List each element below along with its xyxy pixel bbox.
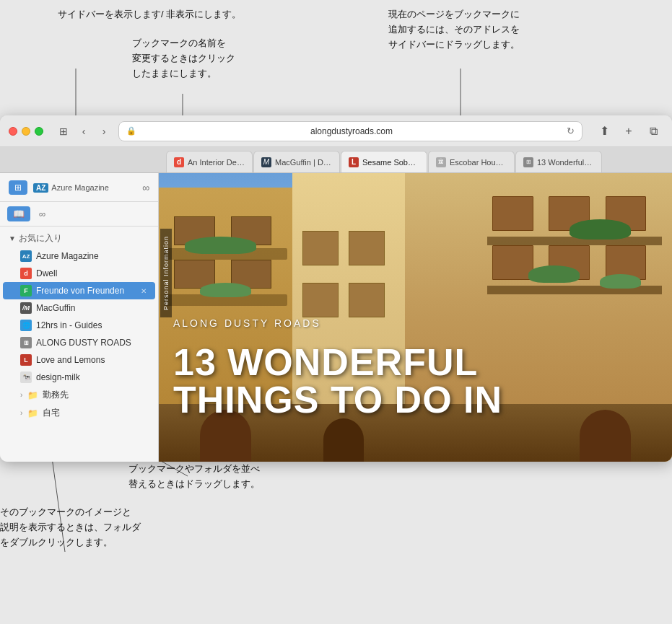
folder-home-icon: 📁 bbox=[27, 408, 38, 419]
tab-1[interactable]: d An Interior Desi... bbox=[166, 151, 253, 172]
bookmark-love-lemons-favicon: L bbox=[20, 354, 32, 366]
bookmark-design-milk-favicon: 🐄 bbox=[20, 372, 32, 383]
favorites-toggle-icon: ▼ bbox=[9, 234, 16, 242]
tab-5-favicon: ⊞ bbox=[523, 157, 533, 167]
sidebar-body: ▼ お気に入り AZ Azure Magazine d Dwell F Freu… bbox=[0, 227, 158, 462]
bookmark-macguffin[interactable]: /M MacGuffin bbox=[3, 299, 155, 317]
browser-window: ⊞ ‹ › 🔒 alongdustyroads.com ↻ ⬆ + ⧉ d An… bbox=[0, 115, 672, 462]
share-button[interactable]: ⬆ bbox=[594, 121, 614, 141]
bookmark-12hrs-favicon: 🌐 bbox=[20, 320, 32, 331]
pin-sidebar-button[interactable]: ∞ bbox=[142, 182, 149, 193]
bookmark-love-lemons-name: Love and Lemons bbox=[36, 355, 147, 365]
annotation-folder-double-click-text: そのブックマークのイメージと説明を表示するときは、フォルダをダブルクリックします… bbox=[0, 506, 141, 548]
bookmarks-tab-button[interactable]: ⊞ bbox=[9, 180, 27, 195]
toolbar-right: ⬆ + ⧉ bbox=[594, 121, 663, 141]
tab-4-label: Escobar House... bbox=[450, 158, 507, 167]
web-overlay-text: ALONG DUSTY ROADS 13 WONDERFUL THINGS TO… bbox=[173, 317, 658, 418]
bookmarks-icon-tab[interactable]: 📖 bbox=[7, 206, 30, 221]
bookmark-along-dusty-name: ALONG DUSTY ROADS bbox=[36, 338, 147, 348]
privacy-strip: Personal Information bbox=[160, 229, 172, 317]
tab-4-favicon: 🏛 bbox=[436, 157, 446, 167]
favorites-section-label: お気に入り bbox=[19, 232, 62, 245]
annotation-bookmark-drag: 現在のページをブックマークに追加するには、そのアドレスをサイドバーにドラッグしま… bbox=[388, 7, 520, 52]
privacy-text: Personal Information bbox=[162, 236, 170, 310]
bookmark-azure-favicon: AZ bbox=[20, 250, 32, 262]
reading-list-tab[interactable]: ∞ bbox=[33, 206, 51, 221]
forward-button[interactable]: › bbox=[95, 123, 113, 140]
web-content: Personal Information ALONG DUSTY ROADS 1… bbox=[159, 173, 672, 462]
folder-work-toggle: › bbox=[20, 391, 22, 399]
tab-5[interactable]: ⊞ 13 Wonderful T... bbox=[515, 151, 602, 172]
minimize-button[interactable] bbox=[22, 127, 30, 136]
tab-2-favicon: M bbox=[261, 157, 271, 167]
bookmark-freunde[interactable]: F Freunde von Freunden ✕ bbox=[3, 282, 155, 299]
tab-3-favicon: L bbox=[349, 157, 359, 167]
bookmark-12hrs[interactable]: 🌐 12hrs in - Guides bbox=[3, 317, 155, 334]
bookmark-along-dusty-favicon: ⊞ bbox=[20, 337, 32, 348]
folder-work-icon: 📁 bbox=[27, 390, 38, 401]
bookmark-macguffin-name: MacGuffin bbox=[36, 303, 147, 313]
address-text: alongdustyroads.com bbox=[141, 126, 562, 136]
folder-home-toggle: › bbox=[20, 409, 22, 417]
annotation-bookmark-drag-text: 現在のページをブックマークに追加するには、そのアドレスをサイドバーにドラッグしま… bbox=[388, 9, 520, 50]
hero-line1: 13 WONDERFUL bbox=[173, 343, 658, 381]
web-image: Personal Information ALONG DUSTY ROADS 1… bbox=[159, 173, 672, 462]
back-button[interactable]: ‹ bbox=[75, 123, 92, 140]
traffic-lights bbox=[9, 127, 43, 136]
tab-5-label: 13 Wonderful T... bbox=[537, 158, 594, 167]
site-title: ALONG DUSTY ROADS bbox=[173, 317, 658, 329]
bookmark-design-milk[interactable]: 🐄 design-milk bbox=[3, 369, 155, 386]
folder-work[interactable]: › 📁 勤務先 bbox=[3, 386, 155, 404]
annotation-sidebar-toggle: サイドバーを表示します/ 非表示にします。 bbox=[58, 7, 241, 22]
tab-3[interactable]: L Sesame Soba N... bbox=[341, 151, 427, 172]
close-button[interactable] bbox=[9, 127, 17, 136]
main-content: ⊞ AZAzure Magazine ∞ 📖 ∞ ▼ お気に入り bbox=[0, 173, 672, 462]
folder-work-name: 勤務先 bbox=[43, 389, 69, 401]
add-bookmark-button[interactable]: + bbox=[619, 121, 639, 141]
bookmark-azure-name: Azure Magazine bbox=[36, 251, 147, 261]
annotation-bookmark-rename: ブックマークの名前を変更するときはクリックしたままにします。 bbox=[132, 36, 235, 81]
tab-bar: d An Interior Desi... M MacGuffin | Des.… bbox=[0, 147, 672, 173]
bookmark-freunde-favicon: F bbox=[20, 285, 32, 296]
sidebar: ⊞ AZAzure Magazine ∞ 📖 ∞ ▼ お気に入り bbox=[0, 173, 159, 462]
folder-home[interactable]: › 📁 自宅 bbox=[3, 404, 155, 422]
current-site-name: Azure Magazine bbox=[51, 183, 109, 192]
title-bar: ⊞ ‹ › 🔒 alongdustyroads.com ↻ ⬆ + ⧉ bbox=[0, 115, 672, 147]
bookmark-azure-magazine[interactable]: AZ Azure Magazine bbox=[3, 247, 155, 265]
favorites-section-header[interactable]: ▼ お気に入り bbox=[0, 229, 158, 247]
bookmark-love-lemons[interactable]: L Love and Lemons bbox=[3, 351, 155, 369]
bookmark-dwell[interactable]: d Dwell bbox=[3, 265, 155, 282]
nav-controls: ⊞ ‹ › bbox=[55, 123, 113, 140]
current-site-prefix: AZ bbox=[33, 183, 48, 193]
tab-2[interactable]: M MacGuffin | Des... bbox=[253, 151, 340, 172]
bookmark-12hrs-name: 12hrs in - Guides bbox=[36, 320, 147, 330]
tabs-button[interactable]: ⧉ bbox=[643, 121, 663, 141]
annotation-folder-double-click: そのブックマークのイメージと説明を表示するときは、フォルダをダブルクリックします… bbox=[0, 505, 141, 550]
annotation-sidebar-toggle-text: サイドバーを表示します/ 非表示にします。 bbox=[58, 9, 241, 19]
annotation-bookmark-rename-text: ブックマークの名前を変更するときはクリックしたままにします。 bbox=[132, 38, 235, 79]
maximize-button[interactable] bbox=[35, 127, 43, 136]
address-bar-container: 🔒 alongdustyroads.com ↻ bbox=[118, 121, 582, 141]
folder-home-name: 自宅 bbox=[43, 407, 60, 419]
bookmark-freunde-close[interactable]: ✕ bbox=[141, 287, 147, 295]
hero-line2: THINGS TO DO IN bbox=[173, 381, 658, 418]
sidebar-icon-tabs: 📖 ∞ bbox=[0, 202, 158, 227]
current-site-label: AZAzure Magazine bbox=[33, 183, 109, 192]
lock-icon: 🔒 bbox=[126, 126, 136, 136]
bookmark-freunde-name: Freunde von Freunden bbox=[36, 286, 136, 296]
sidebar-toggle-button[interactable]: ⊞ bbox=[55, 123, 72, 140]
bookmarks-icon: ⊞ bbox=[14, 183, 22, 193]
annotation-sort-drag: ブックマークやフォルダを並べ替えるときはドラッグします。 bbox=[128, 462, 260, 492]
bookmark-macguffin-favicon: /M bbox=[20, 302, 32, 314]
annotation-sort-drag-text: ブックマークやフォルダを並べ替えるときはドラッグします。 bbox=[128, 463, 260, 489]
bookmark-design-milk-name: design-milk bbox=[36, 372, 147, 382]
bookmark-along-dusty[interactable]: ⊞ ALONG DUSTY ROADS bbox=[3, 334, 155, 351]
hero-title: 13 WONDERFUL THINGS TO DO IN bbox=[173, 343, 658, 418]
tab-4[interactable]: 🏛 Escobar House... bbox=[428, 151, 515, 172]
tab-1-favicon: d bbox=[174, 157, 184, 167]
tab-2-label: MacGuffin | Des... bbox=[275, 158, 332, 167]
address-bar[interactable]: 🔒 alongdustyroads.com ↻ bbox=[118, 121, 582, 141]
refresh-icon[interactable]: ↻ bbox=[567, 126, 575, 136]
sidebar-header: ⊞ AZAzure Magazine ∞ bbox=[0, 173, 158, 202]
tab-3-label: Sesame Soba N... bbox=[362, 158, 419, 167]
